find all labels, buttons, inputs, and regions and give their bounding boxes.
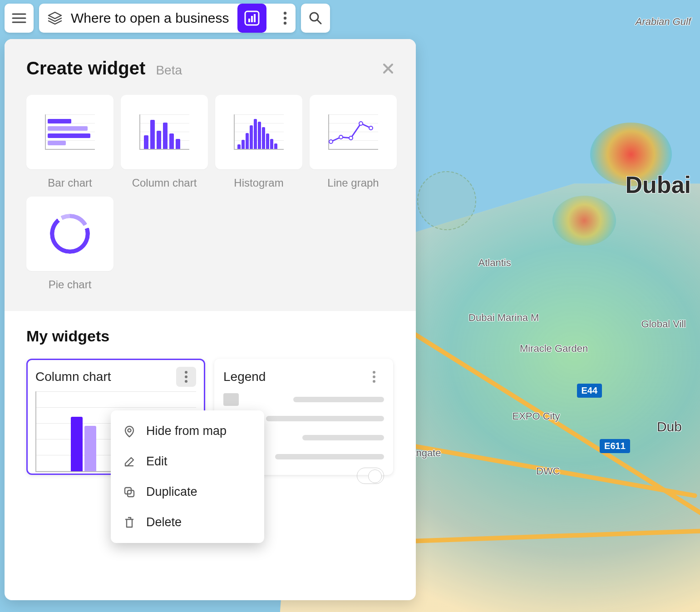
widgets-button[interactable] xyxy=(237,4,266,33)
svg-point-8 xyxy=(283,12,286,15)
widget-card-title: Legend xyxy=(223,370,266,384)
pin-off-icon xyxy=(123,424,136,438)
map-label-dubai-right: Dub xyxy=(657,419,682,434)
widget-card-menu-button[interactable] xyxy=(176,367,196,387)
column-chart-icon xyxy=(139,114,189,150)
menu-item-duplicate[interactable]: Duplicate xyxy=(111,477,264,507)
map-label-dwc: DWC xyxy=(536,465,560,477)
menu-button[interactable] xyxy=(5,4,34,33)
analytics-icon xyxy=(244,10,260,26)
map-label-gulf: Arabian Gulf xyxy=(636,16,691,28)
svg-line-12 xyxy=(317,20,321,24)
widget-context-menu: Hide from map Edit Duplicate Delete xyxy=(111,410,264,543)
layers-icon[interactable] xyxy=(47,11,63,25)
widget-option-line-graph[interactable]: Line graph xyxy=(310,95,397,189)
map-label-marina: Dubai Marina M xyxy=(468,312,539,324)
title-bar: Where to open a business xyxy=(39,4,296,33)
dots-vertical-icon xyxy=(372,370,376,383)
menu-item-label: Delete xyxy=(146,515,182,529)
close-button[interactable] xyxy=(382,63,394,74)
project-title[interactable]: Where to open a business xyxy=(71,10,229,26)
widget-card-menu-button[interactable] xyxy=(364,367,384,387)
widget-label: Histogram xyxy=(234,177,283,189)
svg-point-23 xyxy=(373,371,375,374)
widget-card-title: Column chart xyxy=(35,370,111,384)
bar-chart-icon xyxy=(45,114,95,150)
svg-point-16 xyxy=(339,135,343,139)
svg-rect-6 xyxy=(251,16,253,22)
svg-marker-3 xyxy=(49,12,61,19)
more-button[interactable] xyxy=(275,4,296,33)
widget-label: Column chart xyxy=(132,177,197,189)
widget-label: Bar chart xyxy=(48,177,92,189)
pie-chart-icon xyxy=(50,214,90,254)
menu-item-hide[interactable]: Hide from map xyxy=(111,416,264,446)
create-widget-section: Create widget Beta Bar ch xyxy=(5,39,416,311)
widget-option-histogram[interactable]: Histogram xyxy=(215,95,302,189)
svg-point-24 xyxy=(373,375,375,378)
widget-label: Pie chart xyxy=(49,278,92,291)
trash-icon xyxy=(123,516,136,529)
menu-item-delete[interactable]: Delete xyxy=(111,507,264,538)
hamburger-icon xyxy=(12,13,26,24)
panel-title-text: Create widget xyxy=(26,58,145,78)
close-icon xyxy=(382,63,394,74)
heatmap-hotspot xyxy=(552,196,616,246)
map-label-miracle: Miracle Garden xyxy=(520,343,588,355)
histogram-icon xyxy=(234,114,284,150)
svg-point-18 xyxy=(359,122,363,125)
svg-point-9 xyxy=(283,17,286,20)
svg-point-22 xyxy=(185,380,187,383)
map-label-global: Global Vill xyxy=(641,318,686,330)
section-title: My widgets xyxy=(26,327,394,345)
menu-item-label: Duplicate xyxy=(146,485,197,499)
dots-vertical-icon xyxy=(184,370,188,383)
map-label-atlantis: Atlantis xyxy=(478,257,511,269)
map-label-expo: EXPO City xyxy=(512,410,560,422)
menu-item-edit[interactable]: Edit xyxy=(111,446,264,477)
road-tag: E44 xyxy=(577,384,602,398)
svg-point-17 xyxy=(349,136,353,140)
widget-label: Line graph xyxy=(327,177,379,189)
map-island xyxy=(417,171,476,230)
copy-icon xyxy=(123,485,136,499)
menu-item-label: Hide from map xyxy=(146,424,227,438)
svg-rect-5 xyxy=(248,19,250,22)
svg-point-21 xyxy=(185,375,187,378)
dots-vertical-icon xyxy=(283,11,287,25)
road-tag: E611 xyxy=(600,439,630,453)
line-graph-icon xyxy=(328,114,378,150)
svg-point-25 xyxy=(373,380,375,383)
beta-badge: Beta xyxy=(156,63,182,77)
panel-title: Create widget Beta xyxy=(26,58,182,79)
search-icon xyxy=(308,11,323,25)
legend-toggle[interactable] xyxy=(357,468,384,484)
widget-option-bar-chart[interactable]: Bar chart xyxy=(26,95,113,189)
svg-point-10 xyxy=(283,22,286,25)
menu-item-label: Edit xyxy=(146,454,168,469)
map-label-dubai: Dubai xyxy=(626,171,691,198)
top-bar: Where to open a business xyxy=(5,4,330,33)
svg-point-26 xyxy=(128,429,131,432)
pencil-icon xyxy=(123,455,136,469)
svg-point-19 xyxy=(369,126,373,130)
svg-point-20 xyxy=(185,371,187,374)
svg-rect-7 xyxy=(254,14,256,22)
search-button[interactable] xyxy=(301,4,330,33)
widget-option-pie-chart[interactable]: Pie chart xyxy=(26,197,113,291)
widget-option-column-chart[interactable]: Column chart xyxy=(121,95,208,189)
svg-point-15 xyxy=(329,140,333,143)
